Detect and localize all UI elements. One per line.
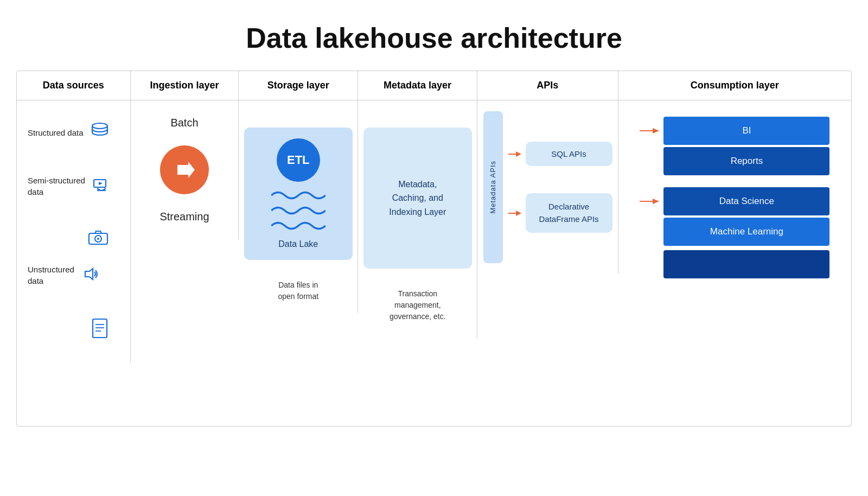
- camera-icon: [88, 229, 108, 247]
- datasource-camera: [22, 229, 125, 247]
- datasource-semistructured: Semi-structureddata: [22, 175, 125, 198]
- svg-marker-22: [653, 199, 659, 204]
- unstructured-label: Unstructureddata: [28, 264, 74, 287]
- dataframe-apis-box: Declarative DataFrame APIs: [526, 193, 612, 233]
- header-ingestion: Ingestion layer: [131, 71, 239, 100]
- col-ingestion: Batch Streaming: [131, 100, 239, 239]
- video-icon: [92, 175, 111, 197]
- col-apis: Metadata APIs SQL APIs: [477, 100, 618, 274]
- ml-label: Machine Learning: [710, 226, 783, 237]
- etl-circle: ETL: [277, 138, 320, 182]
- col-metadata: Metadata,Caching, andIndexing Layer Tran…: [358, 100, 477, 339]
- extra-bar: [663, 250, 829, 278]
- col-consumption: BI Reports: [618, 100, 851, 295]
- header-consumption: Consumption layer: [618, 71, 851, 100]
- col-storage: ETL Data Lake Data files inopen: [239, 100, 358, 313]
- header-apis: APIs: [477, 71, 618, 100]
- datascience-label: Data Science: [719, 196, 774, 207]
- storage-box: ETL Data Lake: [244, 128, 353, 260]
- metadata-box: Metadata,Caching, andIndexing Layer: [363, 128, 472, 269]
- datasource-document: [22, 318, 125, 341]
- datascience-block: Data Science: [663, 187, 829, 215]
- document-icon: [91, 318, 108, 341]
- api-boxes: SQL APIs Declarative DataFrame APIs: [508, 142, 612, 233]
- database-icon: [90, 122, 110, 143]
- reports-row: Reports: [663, 147, 829, 175]
- wave-group: [271, 189, 326, 232]
- ml-row: Machine Learning: [663, 218, 829, 246]
- sql-apis-row: SQL APIs: [508, 142, 612, 166]
- svg-marker-14: [177, 162, 195, 178]
- metadata-footer: Transactionmanagement,governance, etc.: [390, 288, 446, 322]
- svg-rect-10: [93, 319, 107, 338]
- streaming-label: Streaming: [159, 211, 209, 223]
- svg-marker-9: [85, 269, 93, 279]
- extra-bar-row: [663, 250, 829, 278]
- bi-label: BI: [742, 125, 751, 136]
- header-metadata: Metadata layer: [358, 71, 477, 100]
- diagram-body: Structured data Semi-structureddata: [17, 100, 851, 426]
- structured-label: Structured data: [28, 128, 84, 137]
- datasource-unstructured: Unstructureddata: [22, 264, 125, 287]
- sql-apis-box: SQL APIs: [526, 142, 612, 166]
- bi-row: BI: [640, 117, 829, 145]
- dataframe-apis-row: Declarative DataFrame APIs: [508, 193, 612, 233]
- etl-label: ETL: [287, 153, 310, 167]
- batch-label: Batch: [170, 117, 198, 129]
- bi-block: BI: [663, 117, 829, 145]
- svg-point-8: [97, 238, 99, 240]
- svg-marker-16: [516, 151, 521, 157]
- svg-point-0: [92, 123, 107, 129]
- metadata-apis-label: Metadata APIs: [489, 161, 497, 214]
- svg-marker-2: [99, 182, 103, 185]
- semistructured-label: Semi-structureddata: [28, 175, 85, 198]
- metadata-apis-bar: Metadata APIs: [483, 111, 503, 263]
- datascience-row: Data Science: [640, 187, 829, 215]
- col-datasources: Structured data Semi-structureddata: [17, 100, 131, 363]
- header-storage: Storage layer: [239, 71, 358, 100]
- reports-label: Reports: [731, 156, 763, 167]
- svg-marker-20: [653, 128, 659, 133]
- header-row: Data sources Ingestion layer Storage lay…: [17, 71, 851, 100]
- svg-marker-18: [516, 211, 521, 216]
- reports-block: Reports: [663, 147, 829, 175]
- storage-footer: Data files inopen format: [278, 279, 318, 302]
- speaker-icon: [81, 264, 100, 286]
- data-lake-label: Data Lake: [278, 239, 318, 249]
- diagram-container: Data sources Ingestion layer Storage lay…: [16, 71, 852, 427]
- metadata-text: Metadata,Caching, andIndexing Layer: [389, 177, 446, 219]
- ingestion-arrow: [160, 145, 209, 194]
- consumption-blocks-top: BI Reports: [640, 117, 829, 278]
- header-datasources: Data sources: [17, 71, 131, 100]
- ml-block: Machine Learning: [663, 218, 829, 246]
- page-title: Data lakehouse architecture: [246, 22, 622, 54]
- datasource-structured: Structured data: [22, 122, 125, 143]
